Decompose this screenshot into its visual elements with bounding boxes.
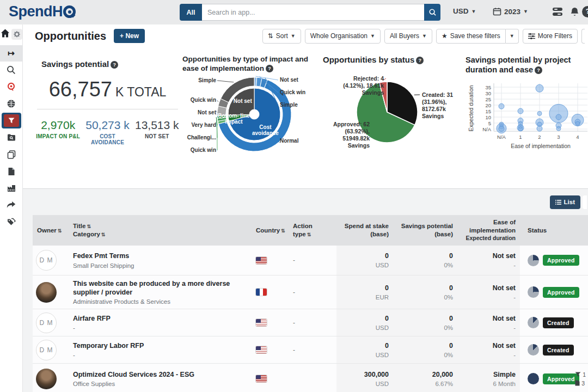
sort-arrows-icon: ⇅: [268, 32, 273, 40]
sliders-icon: [528, 33, 535, 39]
status-badge: Created: [543, 345, 574, 356]
help-icon[interactable]: ?: [416, 57, 424, 64]
sidebar-item-sourcing[interactable]: [0, 129, 23, 146]
buyers-filter-button[interactable]: All Buyers▼: [384, 29, 432, 44]
country-cell: [252, 364, 289, 392]
sidebar-item-dashboard[interactable]: [0, 95, 23, 112]
ease-cell: Not set-: [457, 246, 520, 275]
header-action-type[interactable]: Action type⇅: [289, 222, 336, 238]
body: ↦ Opportunities + New ⇅Sort▼ Whole Org: [0, 24, 588, 392]
view-switch-bar: List: [23, 189, 588, 215]
toggles-icon: [552, 7, 563, 17]
sidebar-item-spend-intelligence[interactable]: [0, 78, 23, 95]
svg-text:(63.92%),: (63.92%),: [345, 128, 370, 134]
owner-cell: [33, 275, 69, 309]
svg-text:Challengi...: Challengi...: [187, 134, 217, 140]
sort-button[interactable]: ⇅Sort▼: [262, 29, 301, 44]
sort-icon[interactable]: ⇅: [58, 228, 62, 234]
save-filters-caret-button[interactable]: ▼: [506, 29, 519, 44]
spendhq-logo[interactable]: SpendH: [9, 3, 76, 20]
ease-cell: Not set-: [457, 336, 520, 363]
search-submit-button[interactable]: [424, 4, 440, 21]
status-pie-card: Opportunities by status? Created: 31(31.…: [323, 55, 465, 183]
svg-text:N/A: N/A: [497, 134, 506, 140]
main-content: Opportunities + New ⇅Sort▼ Whole Organis…: [23, 24, 588, 392]
svg-text:Savings: Savings: [348, 142, 370, 149]
search-input[interactable]: [202, 4, 424, 21]
table-row[interactable]: D MAirfare RFP--0USD00%Not set-Created: [33, 309, 588, 336]
header-owner[interactable]: Owner⇅: [33, 226, 69, 235]
cutoff-button[interactable]: [581, 29, 585, 44]
savings-card-title: Savings potential: [41, 59, 109, 69]
ease-cell: Not set-: [457, 309, 520, 336]
savings-breakdown-item: 50,273 kCOST AVOIDANCE: [83, 119, 132, 145]
status-cell: Approved13: [520, 364, 588, 392]
save-filters-button[interactable]: ★Save these filters: [436, 29, 506, 44]
apps-toggle-button[interactable]: [552, 7, 563, 19]
svg-text:Savings: Savings: [422, 113, 444, 119]
share-forward-icon: [7, 201, 16, 209]
year-dropdown[interactable]: 2023▼: [493, 7, 528, 16]
savings-cell-value: 0: [449, 252, 453, 260]
sidebar-item-search[interactable]: [0, 62, 23, 78]
settings-gear-icon[interactable]: [11, 29, 22, 40]
savings-cell: 20,0006.67%: [393, 364, 457, 392]
table-row[interactable]: Optimized Cloud Services 2024 - ESGOffic…: [33, 363, 588, 392]
table-row[interactable]: D MTemporary Labor RFP--0USD00%Not set-C…: [33, 336, 588, 363]
svg-text:30: 30: [485, 90, 491, 96]
table-row[interactable]: This website can be produced by a more d…: [33, 275, 588, 309]
header-ease: Ease of implementationExpected duration: [457, 218, 520, 242]
table-row[interactable]: D MFedex Pmt TermsSmall Parcel Shipping-…: [33, 246, 588, 275]
spend-cell: 300,000USD: [336, 364, 393, 392]
top-header: SpendH All USD▼ 2023▼ ?: [0, 0, 588, 24]
sidebar-item-suppliers[interactable]: [0, 180, 23, 197]
header-country[interactable]: Country⇅: [252, 226, 289, 235]
svg-text:Created: 31: Created: 31: [422, 91, 453, 98]
currency-dropdown[interactable]: USD▼: [453, 7, 476, 15]
savings-total-suffix: K TOTAL: [115, 85, 166, 99]
sort-icon[interactable]: ⇅: [307, 232, 311, 237]
savings-cell-sub: 0%: [444, 324, 453, 331]
status-cell: Approved: [520, 275, 588, 309]
progress-pie-icon: [528, 317, 539, 328]
filters-count[interactable]: 1: [575, 371, 586, 378]
sidebar-item-share[interactable]: [0, 197, 23, 213]
logo-text: SpendH: [9, 3, 63, 20]
help-icon[interactable]: ?: [266, 65, 273, 72]
filter-funnel-icon: [575, 372, 581, 377]
home-icon[interactable]: [1, 29, 10, 40]
avatar-photo: [36, 369, 57, 389]
sidebar-collapse-button[interactable]: ↦: [0, 45, 23, 62]
calendar-icon: [493, 7, 501, 16]
search-scope-button[interactable]: All: [180, 4, 202, 21]
sort-icon[interactable]: ⇅: [101, 232, 106, 237]
cutoff-view-button[interactable]: [583, 195, 587, 209]
sidebar-item-contracts[interactable]: [0, 146, 23, 163]
sort-icon[interactable]: ⇅: [281, 228, 285, 234]
country-cell: [252, 246, 289, 275]
svg-text:Bottom- line: Bottom- line: [218, 112, 250, 118]
list-view-button[interactable]: List: [550, 195, 580, 209]
header-status: Status: [520, 226, 588, 235]
opportunities-table-body: D MFedex Pmt TermsSmall Parcel Shipping-…: [33, 246, 588, 392]
header-title-category[interactable]: Title⇅Category⇅: [69, 222, 252, 238]
spend-cell-value: 300,000: [364, 371, 389, 378]
savings-cell-value: 0: [449, 342, 453, 350]
documents-count[interactable]: 3: [575, 380, 586, 387]
help-button[interactable]: ?: [582, 6, 588, 17]
svg-text:(4.12%), 18.61k: (4.12%), 18.61k: [343, 82, 384, 89]
status-pie-chart: Created: 31(31.96%),8172.67kSavingsAppro…: [323, 65, 465, 160]
savings-cell-sub: 0%: [444, 294, 453, 301]
help-icon[interactable]: ?: [111, 61, 118, 69]
new-opportunity-button[interactable]: + New: [114, 29, 145, 43]
sort-icon[interactable]: ⇅: [87, 224, 91, 229]
help-icon[interactable]: ?: [535, 66, 542, 74]
sidebar-item-tags[interactable]: [0, 213, 23, 230]
sidebar-item-opportunities[interactable]: [0, 112, 23, 129]
impact-donut-title: Opportunities by type of impact and ease…: [182, 55, 323, 74]
notifications-button[interactable]: [569, 7, 580, 20]
organisation-filter-button[interactable]: Whole Organisation▼: [305, 29, 381, 44]
svg-text:Expected duration: Expected duration: [468, 85, 474, 132]
more-filters-button[interactable]: More Filters: [523, 29, 578, 44]
sidebar-item-documents[interactable]: [0, 163, 23, 180]
